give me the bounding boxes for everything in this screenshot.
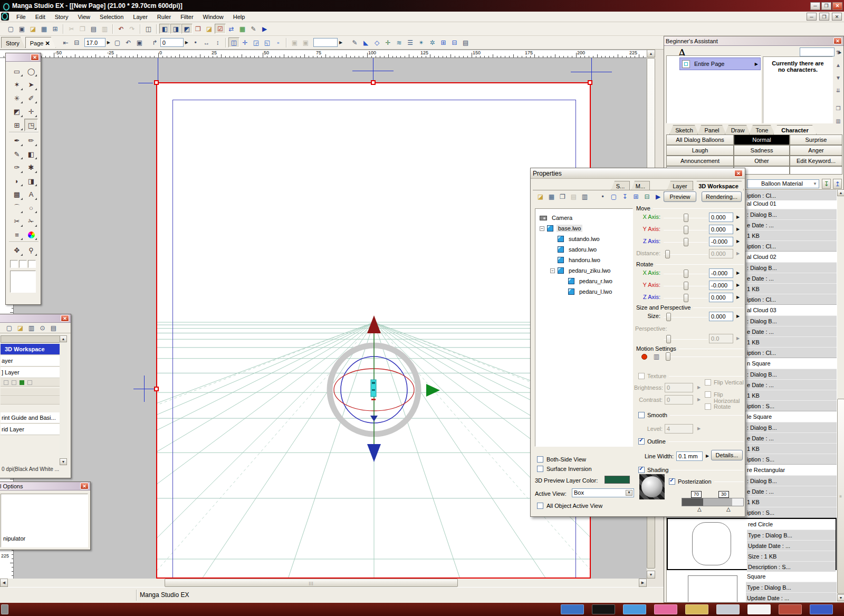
dot-icon[interactable]: • (190, 37, 201, 47)
beginner-assistant-icon[interactable]: ☑ (215, 24, 226, 34)
materials-catalog-icon[interactable]: ◪ (204, 24, 215, 34)
z-axis--spin-icon[interactable]: ▶ (736, 295, 740, 300)
tab-story[interactable]: Story (1, 37, 25, 48)
properties-tab-m-[interactable]: M... (631, 181, 650, 190)
save-all-icon[interactable]: ⊞ (50, 24, 61, 34)
preview-button[interactable]: Preview (664, 191, 696, 202)
rainbow-pen-tool[interactable] (24, 228, 38, 241)
page-handle[interactable] (588, 80, 592, 85)
level-input[interactable]: 4 (665, 424, 693, 434)
taskbar-icon[interactable] (779, 604, 802, 614)
texture-checkbox[interactable] (638, 373, 645, 379)
layers-palette-titlebar[interactable]: ✕ (0, 314, 71, 323)
scroll-right-icon[interactable]: ▶ (639, 579, 647, 587)
flip-vertical-checkbox[interactable] (705, 379, 711, 386)
zoom-spin-icon[interactable]: ▶ (107, 40, 110, 45)
preview-layer-color-swatch[interactable] (605, 476, 630, 484)
assistant-item-list[interactable]: Entire Page ▶ (666, 55, 761, 123)
pen-2d-icon[interactable]: ✎ (349, 37, 360, 47)
smooth-checkbox[interactable] (638, 412, 645, 418)
menu-ruler[interactable]: Ruler (152, 12, 176, 22)
horizontal-scrollbar-thumb[interactable]: ||| (165, 579, 458, 587)
tool-options-titlebar[interactable]: l Options ✕ (0, 482, 90, 490)
menu-story[interactable]: Story (50, 12, 73, 22)
z-axis--value[interactable]: 0.000 (709, 293, 733, 302)
menu-window[interactable]: Window (198, 12, 228, 22)
panel-menu-icon[interactable]: ▤ (460, 37, 471, 47)
zoom-tool[interactable]: ⚲ (24, 244, 38, 257)
brightness-input[interactable]: 0 (665, 383, 693, 392)
layer-row[interactable] (1, 397, 67, 405)
distance--spin-icon[interactable]: ▶ (736, 251, 740, 256)
object-tree[interactable]: Camera−base.lwosutando.lwosadoru.lwohand… (535, 208, 633, 447)
open-icon[interactable]: ◪ (27, 24, 39, 34)
tree-item-sadoru-lwo[interactable]: sadoru.lwo (550, 245, 598, 254)
x-axis--value[interactable]: -0.000 (709, 268, 733, 278)
move-up-icon[interactable]: ▲ (834, 61, 842, 69)
tab-draw[interactable]: Draw (725, 125, 751, 134)
copy-object-icon[interactable]: ❐ (557, 191, 568, 201)
z-axis--slider[interactable] (684, 238, 688, 246)
move-top-icon[interactable]: ⇈ (834, 48, 842, 56)
y-axis--slider[interactable] (684, 282, 688, 290)
taskbar-icon[interactable] (1, 604, 8, 614)
assistant-titlebar[interactable]: Beginner's Assistant ✕ (664, 36, 843, 46)
curve-tool[interactable]: ⌒ (10, 201, 24, 214)
z-axis--spin-icon[interactable]: ▶ (736, 239, 740, 244)
paste-object-icon[interactable]: ▤ (568, 191, 579, 201)
scroll-down-icon[interactable]: ▼ (60, 458, 67, 465)
snap-mode-icon[interactable]: ◱ (262, 37, 273, 47)
close-icon[interactable]: ✕ (31, 54, 39, 61)
symmetry-icon[interactable]: ✲ (427, 37, 438, 47)
assistant-search-input[interactable] (800, 47, 835, 56)
triangle-ruler-icon[interactable]: ◣ (360, 37, 371, 47)
text-tool[interactable]: A (24, 188, 38, 201)
layer-menu-icon[interactable]: ▤ (48, 323, 59, 333)
parallel-lines-icon[interactable]: ☰ (405, 37, 416, 47)
manipulator-inner-arrow[interactable] (370, 416, 378, 421)
posterization-marker[interactable]: △ (726, 506, 731, 512)
posterization-checkbox[interactable] (669, 478, 675, 485)
flip-horizontal-checkbox[interactable] (705, 391, 711, 398)
story-info-icon[interactable]: ◩ (181, 24, 193, 34)
import-object-icon[interactable]: ↧ (619, 191, 630, 201)
frame-tool[interactable]: ⊞ (10, 119, 24, 131)
layer-row[interactable]: rid Layer▸ (1, 424, 67, 435)
tab-sketch[interactable]: Sketch (669, 125, 699, 134)
layer-row[interactable]: ayer▸ (1, 355, 67, 367)
both-side-view-checkbox[interactable] (537, 456, 543, 463)
material-list-item[interactable]: SquareType : Dialog B...Update Date : ..… (667, 571, 837, 602)
menu-selection[interactable]: Selection (95, 12, 128, 22)
brush-tool[interactable]: ✑ (10, 161, 24, 174)
contrast-input[interactable]: 0 (665, 395, 693, 405)
switch-window-icon[interactable]: ⇄ (226, 24, 237, 34)
manipulator-right-arrow[interactable] (426, 384, 440, 397)
save-icon[interactable]: ▦ (39, 24, 50, 34)
menu-help[interactable]: Help (228, 12, 250, 22)
layer-state-icon[interactable] (12, 380, 16, 385)
y-axis--spin-icon[interactable]: ▶ (736, 283, 740, 287)
guide-a-icon[interactable]: ▣ (289, 37, 300, 47)
bullet-icon[interactable]: • (597, 191, 608, 201)
tool-palette-titlebar[interactable]: ✕ (6, 53, 41, 62)
scroll-up-icon[interactable]: ▲ (60, 335, 67, 342)
page-tab-close-icon[interactable]: ✕ (45, 40, 50, 47)
ink-tool[interactable]: ◗ (10, 175, 24, 187)
copy-icon[interactable]: ❐ (77, 24, 88, 34)
tab-page[interactable]: Page ✕ (25, 37, 56, 48)
scissors-tool[interactable]: ✂ (10, 215, 24, 228)
marquee-snap-icon[interactable]: ▫ (273, 37, 284, 47)
keyword-announcement[interactable]: Announcement (666, 156, 734, 166)
manipulator-down-arrow[interactable] (367, 444, 381, 462)
size--spin-icon[interactable]: ▶ (736, 314, 740, 319)
taskbar[interactable] (0, 603, 844, 616)
grid-view-icon[interactable]: ⊟ (641, 191, 653, 201)
dropdown-arrow-icon[interactable]: ▼ (626, 490, 632, 496)
tab-panel[interactable]: Panel (697, 125, 726, 134)
active-view-dropdown[interactable]: Box ▼ (572, 488, 634, 497)
close-icon[interactable]: ✕ (80, 483, 89, 489)
move-bottom-icon[interactable]: ⇊ (834, 86, 842, 94)
close-icon[interactable]: ✕ (61, 315, 69, 322)
keyword-surprise[interactable]: Surprise (790, 134, 842, 145)
taskbar-icon[interactable] (716, 604, 740, 614)
